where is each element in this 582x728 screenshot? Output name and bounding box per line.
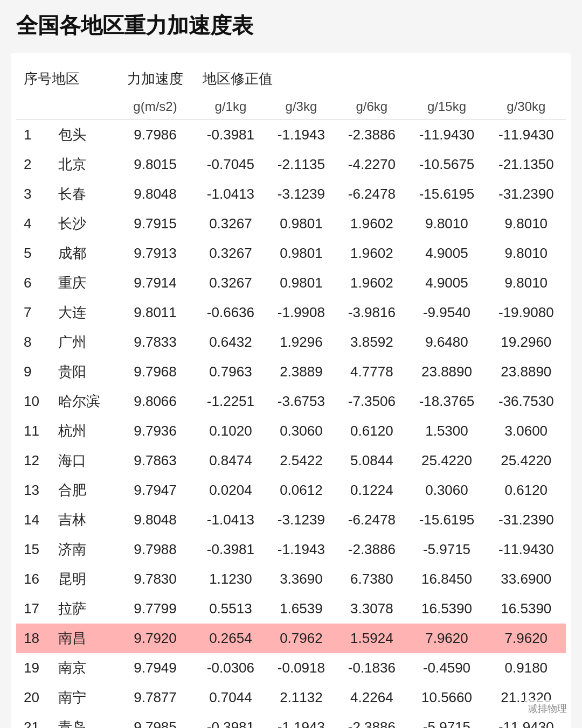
table-row: 12 海口 9.7863 0.8474 2.5422 5.0844 25.422… [16, 446, 566, 475]
table-row: 11 杭州 9.7936 0.1020 0.3060 0.6120 1.5300… [16, 416, 566, 446]
cell-c6: 1.9602 [336, 268, 407, 298]
cell-c15: -0.4590 [407, 653, 486, 683]
cell-region: 南昌 [51, 624, 115, 653]
header-g3kg: g/3kg [266, 94, 336, 120]
table-row: 1 包头 9.7986 -0.3981 -1.1943 -2.3886 -11.… [16, 120, 566, 150]
gravity-table: 序号地区 力加速度 地区修正值 g(m/s2) g/1kg g/3kg g/6k… [16, 64, 566, 728]
cell-c6: -4.2270 [336, 150, 407, 179]
cell-c1: 0.0204 [195, 475, 266, 505]
cell-c30: 33.6900 [487, 564, 566, 594]
cell-c15: 16.5390 [407, 594, 486, 624]
cell-c6: 1.9602 [336, 209, 407, 239]
cell-region: 长沙 [51, 209, 115, 239]
table-row: 18 南昌 9.7920 0.2654 0.7962 1.5924 7.9620… [16, 624, 566, 653]
cell-g: 9.7985 [115, 712, 196, 728]
cell-c3: -1.1943 [266, 712, 336, 728]
cell-c30: 0.9180 [487, 653, 566, 683]
cell-num: 16 [16, 564, 51, 594]
cell-num: 13 [16, 475, 51, 505]
table-container: 序号地区 力加速度 地区修正值 g(m/s2) g/1kg g/3kg g/6k… [11, 53, 571, 728]
cell-c15: 10.5660 [407, 683, 486, 712]
cell-c3: -1.9908 [266, 298, 336, 327]
cell-c6: -2.3886 [336, 120, 407, 150]
cell-region: 青岛 [51, 712, 115, 728]
cell-region: 广州 [51, 327, 115, 357]
cell-num: 21 [16, 712, 51, 728]
cell-c6: -6.2478 [336, 179, 407, 209]
cell-g: 9.7947 [115, 475, 196, 505]
cell-c6: -2.3886 [336, 535, 407, 564]
cell-num: 20 [16, 683, 51, 712]
cell-c15: 4.9005 [407, 239, 486, 268]
cell-c15: -5.9715 [407, 712, 486, 728]
cell-c1: -0.3981 [195, 712, 266, 728]
table-row: 16 昆明 9.7830 1.1230 3.3690 6.7380 16.845… [16, 564, 566, 594]
cell-c1: -0.3981 [195, 120, 266, 150]
cell-region: 成都 [51, 239, 115, 268]
cell-c15: -5.9715 [407, 535, 486, 564]
table-row: 20 南宁 9.7877 0.7044 2.1132 4.2264 10.566… [16, 683, 566, 712]
cell-c6: 5.0844 [336, 446, 407, 475]
header-seq-region: 序号地区 [16, 64, 115, 94]
table-row: 17 拉萨 9.7799 0.5513 1.6539 3.3078 16.539… [16, 594, 566, 624]
cell-c15: 23.8890 [407, 357, 486, 387]
cell-num: 18 [16, 624, 51, 653]
cell-c30: 0.6120 [487, 475, 566, 505]
cell-g: 9.7863 [115, 446, 196, 475]
cell-c30: 7.9620 [487, 624, 566, 653]
cell-c3: 0.9801 [266, 268, 336, 298]
cell-g: 9.7914 [115, 268, 196, 298]
cell-c1: 0.7044 [195, 683, 266, 712]
cell-g: 9.7936 [115, 416, 196, 446]
cell-region: 济南 [51, 535, 115, 564]
cell-c15: 25.4220 [407, 446, 486, 475]
cell-c6: 4.7778 [336, 357, 407, 387]
cell-g: 9.8066 [115, 387, 196, 416]
header-correction: 地区修正值 [195, 64, 566, 94]
cell-c6: -6.2478 [336, 505, 407, 535]
table-row: 10 哈尔滨 9.8066 -1.2251 -3.6753 -7.3506 -1… [16, 387, 566, 416]
cell-c3: 3.3690 [266, 564, 336, 594]
cell-g: 9.7913 [115, 239, 196, 268]
cell-c15: 9.8010 [407, 209, 486, 239]
cell-c6: -0.1836 [336, 653, 407, 683]
cell-g: 9.8011 [115, 298, 196, 327]
cell-region: 哈尔滨 [51, 387, 115, 416]
header-row-1: 序号地区 力加速度 地区修正值 [16, 64, 566, 94]
cell-g: 9.7968 [115, 357, 196, 387]
cell-g: 9.7915 [115, 209, 196, 239]
header-g6kg: g/6kg [336, 94, 407, 120]
cell-g: 9.7988 [115, 535, 196, 564]
cell-c6: 0.6120 [336, 416, 407, 446]
cell-c1: 0.8474 [195, 446, 266, 475]
cell-c6: 1.9602 [336, 239, 407, 268]
cell-c3: -2.1135 [266, 150, 336, 179]
cell-c30: -11.9430 [487, 535, 566, 564]
cell-c3: -1.1943 [266, 535, 336, 564]
cell-c30: 9.8010 [487, 239, 566, 268]
cell-num: 15 [16, 535, 51, 564]
cell-num: 4 [16, 209, 51, 239]
cell-c6: -3.9816 [336, 298, 407, 327]
cell-c30: -31.2390 [487, 505, 566, 535]
cell-c1: -0.7045 [195, 150, 266, 179]
cell-c1: 0.3267 [195, 209, 266, 239]
cell-num: 8 [16, 327, 51, 357]
header-num [16, 94, 51, 120]
cell-c1: -0.3981 [195, 535, 266, 564]
table-row: 14 吉林 9.8048 -1.0413 -3.1239 -6.2478 -15… [16, 505, 566, 535]
cell-c1: 0.6432 [195, 327, 266, 357]
cell-c6: 1.5924 [336, 624, 407, 653]
header-g30kg: g/30kg [487, 94, 566, 120]
cell-num: 12 [16, 446, 51, 475]
cell-region: 北京 [51, 150, 115, 179]
cell-g: 9.7877 [115, 683, 196, 712]
cell-c3: 0.7962 [266, 624, 336, 653]
table-row: 3 长春 9.8048 -1.0413 -3.1239 -6.2478 -15.… [16, 179, 566, 209]
cell-c1: 0.1020 [195, 416, 266, 446]
table-body: 1 包头 9.7986 -0.3981 -1.1943 -2.3886 -11.… [16, 120, 566, 729]
cell-num: 19 [16, 653, 51, 683]
table-row: 4 长沙 9.7915 0.3267 0.9801 1.9602 9.8010 … [16, 209, 566, 239]
cell-region: 重庆 [51, 268, 115, 298]
cell-c1: -1.0413 [195, 505, 266, 535]
